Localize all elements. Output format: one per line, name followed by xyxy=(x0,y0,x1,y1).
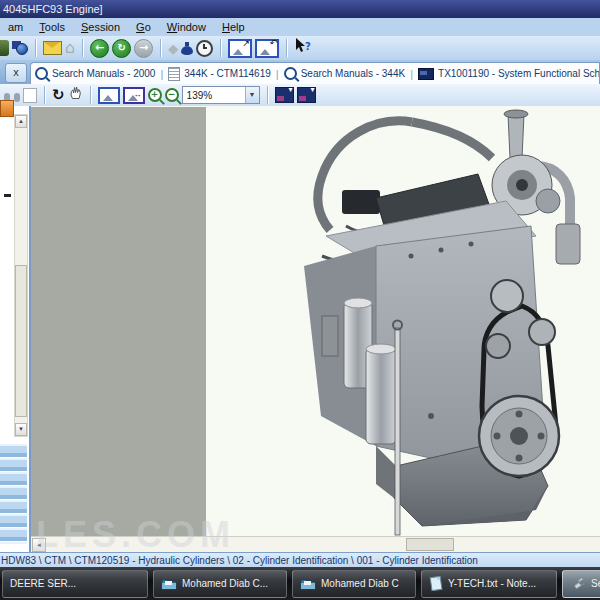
taskbar-button-ytech[interactable]: Y-TECH.txt - Note... xyxy=(421,570,557,598)
tab-tx1001190-schematic[interactable]: TX1001190 - System Functional Schematic … xyxy=(418,68,600,80)
tab-strip: Search Manuals - 2000 | 344K - CTM114619… xyxy=(30,62,600,84)
search-icon xyxy=(284,67,297,80)
folder-icon xyxy=(300,577,316,590)
toolbar-separator xyxy=(286,39,287,57)
print-image-icon[interactable] xyxy=(297,87,316,103)
mail-icon[interactable] xyxy=(43,41,62,55)
left-navigation-panel: ▲ ▼ xyxy=(0,106,31,552)
collapsed-panel-buttons[interactable] xyxy=(0,444,27,544)
toolbar-separator xyxy=(160,39,161,57)
viewer-toolbar: ↻ ↔ + − 139% ▼ xyxy=(0,84,600,107)
tree-item-fragment xyxy=(4,194,11,197)
menu-item-help[interactable]: Help xyxy=(214,19,253,35)
scrollbar-thumb[interactable] xyxy=(406,538,454,551)
zoom-level-combobox[interactable]: 139% ▼ xyxy=(182,86,260,104)
left-panel-vertical-scrollbar[interactable]: ▲ ▼ xyxy=(14,114,28,437)
refresh-icon[interactable]: ↻ xyxy=(52,88,65,103)
clipped-icon[interactable] xyxy=(0,40,9,56)
menu-item-tools[interactable]: Tools xyxy=(31,19,73,35)
tab-search-manuals-2000[interactable]: Search Manuals - 2000 xyxy=(35,67,155,80)
image-icon xyxy=(418,68,434,80)
ink-icon[interactable] xyxy=(181,46,193,55)
tab-label: Search Manuals - 344K xyxy=(301,68,406,79)
wrench-icon xyxy=(570,576,586,591)
taskbar-button-label: Service ADVISOR ... xyxy=(591,578,600,589)
menu-item-truncated[interactable]: am xyxy=(0,19,31,35)
tab-label: Search Manuals - 2000 xyxy=(52,68,155,79)
menu-item-session[interactable]: Session xyxy=(73,19,128,35)
scrollbar-thumb[interactable] xyxy=(15,265,27,417)
page-icon xyxy=(168,67,180,81)
timer-icon[interactable] xyxy=(196,40,213,57)
taskbar-button-label: Mohamed Diab C xyxy=(321,578,399,589)
fit-page-icon[interactable] xyxy=(98,87,120,104)
zoom-level-value: 139% xyxy=(187,90,213,101)
forward-icon[interactable]: → xyxy=(134,39,153,58)
folder-icon xyxy=(161,577,177,590)
bookmark-diamond-icon[interactable]: ◆ xyxy=(168,42,178,55)
tab-separator: | xyxy=(276,68,279,80)
toolbar-separator xyxy=(35,39,36,57)
svg-text:?: ? xyxy=(305,41,311,52)
scroll-left-icon[interactable]: ◂ xyxy=(32,538,46,552)
menu-item-go[interactable]: Go xyxy=(128,19,159,35)
back-icon[interactable]: ← xyxy=(90,39,109,58)
menu-item-window[interactable]: Window xyxy=(159,19,214,35)
status-bar: HDW83 \ CTM \ CTM120519 - Hydraulic Cyli… xyxy=(0,552,600,567)
tab-search-manuals-344k[interactable]: Search Manuals - 344K xyxy=(284,67,406,80)
toolbar-separator xyxy=(44,86,45,104)
fit-width-icon[interactable]: ↔ xyxy=(123,87,145,104)
image-prev-icon[interactable]: ↗ xyxy=(228,39,252,58)
export-image-icon[interactable] xyxy=(275,87,294,103)
tab-separator: | xyxy=(410,68,413,80)
selected-tree-node[interactable] xyxy=(0,100,14,117)
tab-label: TX1001190 - System Functional Schematic … xyxy=(438,68,600,79)
window-title: 4045HFC93 Engine] xyxy=(3,3,103,15)
taskbar-button-label: Mohamed Diab C... xyxy=(182,578,268,589)
blank-page-region xyxy=(31,107,206,537)
chevron-down-icon[interactable]: ▼ xyxy=(245,87,259,103)
tab-344k-ctm114619[interactable]: 344K - CTM114619 xyxy=(168,67,271,81)
pan-hand-icon[interactable] xyxy=(68,86,83,105)
taskbar-button-label: Y-TECH.txt - Note... xyxy=(448,578,536,589)
zoom-out-icon[interactable]: − xyxy=(165,88,179,102)
breadcrumb: HDW83 \ CTM \ CTM120519 - Hydraulic Cyli… xyxy=(1,555,478,566)
scroll-down-icon[interactable]: ▼ xyxy=(15,423,27,436)
toolbar-separator xyxy=(267,86,268,104)
taskbar-button-service-advisor[interactable]: Service ADVISOR ... xyxy=(562,570,600,598)
engine-illustration-image xyxy=(225,106,597,546)
main-toolbar: ⌂ ← ↻ → ◆ ↗ ↶ ? xyxy=(0,36,600,60)
search-icon xyxy=(35,67,48,80)
help-cursor-icon[interactable]: ? xyxy=(294,38,312,58)
document-viewer: ◂ xyxy=(31,106,600,552)
thumbnails-icon[interactable] xyxy=(23,88,37,103)
close-tab-button[interactable]: x xyxy=(5,63,27,83)
toolbar-separator xyxy=(220,39,221,57)
taskbar-button-deere[interactable]: DEERE SER... xyxy=(2,570,148,598)
notepad-icon xyxy=(429,576,443,591)
content-area: ▲ ▼ xyxy=(0,106,600,552)
horizontal-scrollbar[interactable]: ◂ xyxy=(31,536,600,552)
image-next-icon[interactable]: ↶ xyxy=(255,39,279,58)
toolbar-separator xyxy=(82,39,83,57)
menu-bar: am Tools Session Go Window Help xyxy=(0,18,600,37)
home-icon[interactable]: ⌂ xyxy=(65,40,75,56)
title-bar: 4045HFC93 Engine] xyxy=(0,0,600,18)
taskbar-button-folder-2[interactable]: Mohamed Diab C xyxy=(292,570,416,598)
scroll-up-icon[interactable]: ▲ xyxy=(15,115,27,128)
toolbar-separator xyxy=(90,86,91,104)
session-icon[interactable] xyxy=(12,41,28,55)
history-icon[interactable]: ↻ xyxy=(112,39,131,58)
taskbar-button-label: DEERE SER... xyxy=(10,578,76,589)
zoom-in-icon[interactable]: + xyxy=(148,88,162,102)
taskbar: DEERE SER... Mohamed Diab C... Mohamed D… xyxy=(0,567,600,600)
tab-separator: | xyxy=(160,68,163,80)
tab-label: 344K - CTM114619 xyxy=(184,68,271,79)
taskbar-button-folder-1[interactable]: Mohamed Diab C... xyxy=(153,570,287,598)
tab-bar: x Search Manuals - 2000 | 344K - CTM1146… xyxy=(0,60,600,84)
